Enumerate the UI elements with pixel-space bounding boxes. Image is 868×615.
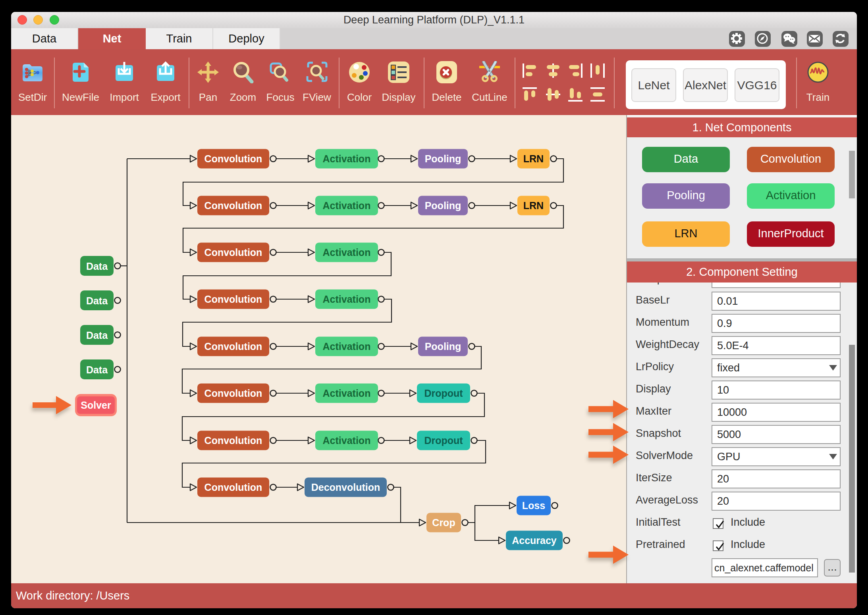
- svg-text:Activation: Activation: [323, 153, 371, 164]
- svg-text:LRN: LRN: [523, 153, 544, 164]
- svg-text:Convolution: Convolution: [204, 247, 262, 258]
- svg-text:Pooling: Pooling: [425, 153, 461, 164]
- svg-text:Deconvolution: Deconvolution: [311, 482, 380, 493]
- svg-text:Pooling: Pooling: [425, 341, 461, 352]
- svg-text:Dropout: Dropout: [424, 435, 463, 446]
- svg-text:Convolution: Convolution: [204, 200, 262, 211]
- svg-text:Data: Data: [86, 295, 108, 306]
- svg-text:Activation: Activation: [323, 341, 371, 352]
- svg-text:Data: Data: [86, 261, 108, 272]
- svg-text:Accuracy: Accuracy: [512, 535, 557, 546]
- svg-text:Convolution: Convolution: [204, 482, 262, 493]
- svg-text:Convolution: Convolution: [204, 435, 262, 446]
- svg-text:Convolution: Convolution: [204, 341, 262, 352]
- svg-text:Convolution: Convolution: [204, 388, 262, 399]
- svg-text:Crop: Crop: [432, 517, 455, 528]
- svg-text:Activation: Activation: [323, 294, 371, 305]
- svg-text:LRN: LRN: [523, 200, 544, 211]
- svg-text:Convolution: Convolution: [204, 153, 262, 164]
- svg-text:Activation: Activation: [323, 435, 371, 446]
- svg-text:Activation: Activation: [323, 200, 371, 211]
- svg-text:Convolution: Convolution: [204, 294, 262, 305]
- svg-text:Data: Data: [86, 364, 108, 375]
- svg-text:Data: Data: [86, 330, 108, 341]
- svg-text:Activation: Activation: [323, 247, 371, 258]
- svg-text:Activation: Activation: [323, 388, 371, 399]
- svg-text:Solver: Solver: [81, 400, 111, 411]
- svg-text:Pooling: Pooling: [425, 200, 461, 211]
- svg-text:Loss: Loss: [522, 500, 545, 511]
- svg-text:Dropout: Dropout: [424, 388, 463, 399]
